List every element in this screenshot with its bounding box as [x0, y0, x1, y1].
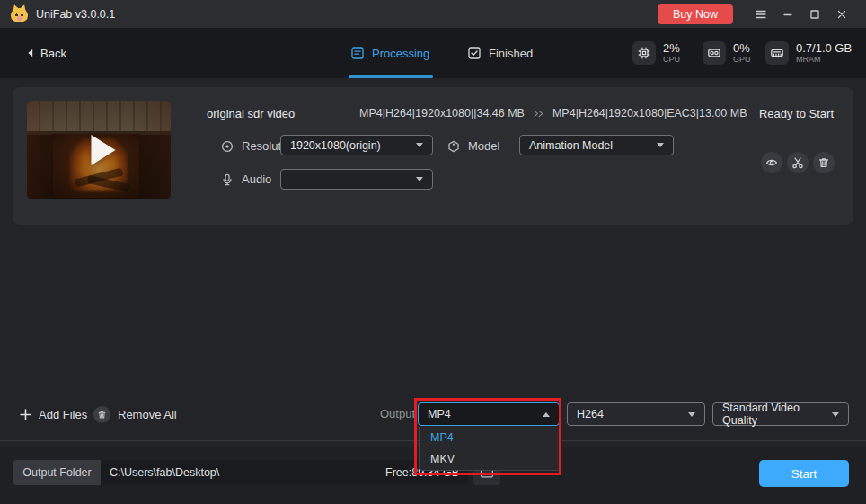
- minimize-icon[interactable]: [774, 4, 801, 25]
- dropdown-option-mp4[interactable]: MP4: [420, 427, 560, 448]
- chevron-down-icon: [832, 412, 839, 417]
- output-label: Output: [380, 402, 415, 426]
- output-format-value: MP4: [428, 408, 543, 420]
- cpu-label: CPU: [663, 55, 680, 65]
- remove-all-label: Remove All: [118, 408, 177, 421]
- tab-processing[interactable]: Processing: [350, 28, 429, 78]
- delete-trash-icon[interactable]: [813, 152, 835, 173]
- quality-value: Standard Video Quality: [722, 402, 832, 427]
- processing-icon: [350, 46, 365, 60]
- plus-icon: [20, 409, 31, 420]
- file-card: original sdr video MP4|H264|1920x1080||3…: [13, 87, 853, 225]
- mram-value: 0.7/1.0 GB: [796, 42, 852, 55]
- unifab-window: UniFab v3.0.0.1 Buy Now Back Processing: [0, 0, 866, 504]
- gpu-icon: [703, 41, 726, 65]
- back-label: Back: [40, 47, 66, 60]
- mram-stat: 0.7/1.0 GB MRAM: [765, 41, 852, 65]
- navbar: Back Processing Finished 2% CPU: [0, 28, 866, 78]
- source-format: MP4|H264|1920x1080||34.46 MB: [359, 107, 525, 119]
- app-title: UniFab v3.0.0.1: [36, 8, 115, 21]
- output-folder-button[interactable]: Output Folder: [13, 460, 101, 485]
- memory-icon: [765, 41, 789, 65]
- cpu-icon: [632, 41, 656, 65]
- video-thumbnail[interactable]: [27, 101, 171, 199]
- arrow-right-icon: [533, 110, 544, 118]
- back-button[interactable]: Back: [27, 28, 66, 78]
- maximize-icon[interactable]: [801, 4, 828, 25]
- quality-select[interactable]: Standard Video Quality: [712, 402, 849, 426]
- gpu-stat: 0% GPU: [703, 41, 751, 65]
- chevron-down-icon: [657, 143, 664, 147]
- target-format: MP4|H264|1920x1080|EAC3|13.00 MB: [552, 107, 747, 119]
- format-info: MP4|H264|1920x1080||34.46 MB MP4|H264|19…: [359, 107, 747, 119]
- tab-processing-label: Processing: [372, 47, 429, 60]
- codec-value: H264: [577, 408, 688, 420]
- file-title: original sdr video: [207, 107, 295, 120]
- remove-all-button[interactable]: Remove All: [93, 402, 177, 426]
- back-chevron-icon: [27, 49, 34, 57]
- cpu-value: 2%: [663, 42, 680, 55]
- file-actions: [761, 152, 835, 173]
- model-select[interactable]: Animation Model: [519, 135, 674, 155]
- audio-select[interactable]: [280, 169, 433, 190]
- resolution-select[interactable]: 1920x1080(origin): [280, 135, 433, 155]
- preview-eye-icon[interactable]: [761, 152, 782, 173]
- tab-finished-label: Finished: [489, 47, 533, 60]
- output-path-text: C:\Users\fab\Desktop\: [110, 466, 385, 479]
- menu-icon[interactable]: [747, 4, 774, 25]
- resolution-value: 1920x1080(origin): [290, 139, 416, 152]
- unifab-logo-icon: [11, 8, 28, 22]
- output-format-dropdown: MP4 MKV: [419, 427, 561, 471]
- chevron-down-icon: [416, 177, 423, 181]
- chevron-down-icon: [416, 143, 423, 147]
- chevron-down-icon: [688, 412, 695, 417]
- chevron-up-icon: [543, 412, 550, 417]
- start-button[interactable]: Start: [759, 460, 849, 487]
- resolution-icon: [221, 140, 234, 153]
- gpu-value: 0%: [733, 42, 751, 55]
- finished-icon: [467, 46, 482, 60]
- tab-finished[interactable]: Finished: [467, 28, 533, 78]
- add-files-button[interactable]: Add Files: [20, 402, 87, 426]
- titlebar: UniFab v3.0.0.1 Buy Now: [0, 0, 866, 28]
- mram-label: MRAM: [796, 55, 852, 65]
- buy-now-button[interactable]: Buy Now: [658, 4, 733, 24]
- close-icon[interactable]: [828, 4, 855, 25]
- cpu-stat: 2% CPU: [632, 41, 680, 65]
- codec-select[interactable]: H264: [567, 402, 705, 426]
- trash-icon: [93, 406, 110, 423]
- add-files-label: Add Files: [39, 408, 87, 421]
- status-text: Ready to Start: [759, 107, 834, 120]
- audio-label: Audio: [221, 172, 271, 186]
- trim-scissors-icon[interactable]: [787, 152, 809, 173]
- model-label: Model: [447, 139, 499, 153]
- model-icon: [447, 140, 460, 153]
- model-value: Animation Model: [529, 139, 657, 152]
- output-format-select[interactable]: MP4: [418, 402, 560, 426]
- dropdown-option-mkv[interactable]: MKV: [420, 448, 560, 470]
- play-icon[interactable]: [91, 135, 115, 165]
- gpu-label: GPU: [733, 55, 751, 65]
- output-path-field[interactable]: C:\Users\fab\Desktop\ Free:89.34 GB: [101, 460, 468, 485]
- microphone-icon: [221, 173, 234, 186]
